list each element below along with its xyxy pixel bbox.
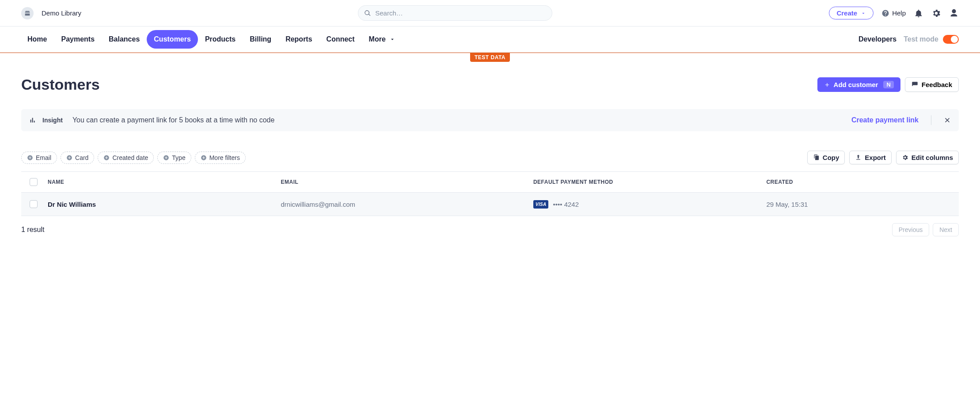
copy-icon <box>813 154 820 161</box>
copy-label: Copy <box>823 154 839 161</box>
filter-type[interactable]: Type <box>157 152 191 164</box>
th-created[interactable]: CREATED <box>763 173 957 191</box>
cell-created: 29 May, 15:31 <box>763 194 957 215</box>
export-label: Export <box>865 154 886 161</box>
filter-label: Card <box>75 154 88 161</box>
insight-text: You can create a payment link for 5 book… <box>72 116 845 124</box>
divider <box>931 115 931 125</box>
th-name[interactable]: NAME <box>44 173 277 191</box>
nav-developers[interactable]: Developers <box>851 30 904 49</box>
search-icon <box>364 10 371 17</box>
filter-more[interactable]: More filters <box>195 152 246 164</box>
feedback-icon <box>912 81 918 88</box>
edit-columns-label: Edit columns <box>912 154 953 161</box>
table-row[interactable]: Dr Nic Williams drnicwilliams@gmail.com … <box>21 193 959 216</box>
filter-created-date[interactable]: Created date <box>98 152 154 164</box>
next-button[interactable]: Next <box>933 223 959 236</box>
help-label: Help <box>892 9 906 17</box>
filter-label: More filters <box>209 154 240 161</box>
cell-name: Dr Nic Williams <box>44 194 277 215</box>
help-link[interactable]: Help <box>881 9 906 17</box>
nav-balances[interactable]: Balances <box>102 30 147 49</box>
th-payment[interactable]: DEFAULT PAYMENT METHOD <box>530 173 763 191</box>
nav-customers[interactable]: Customers <box>147 30 198 49</box>
feedback-button[interactable]: Feedback <box>905 77 959 92</box>
search-input[interactable] <box>358 5 552 21</box>
card-brand-badge: VISA <box>533 200 549 209</box>
card-mask: •••• 4242 <box>553 201 579 208</box>
plus-circle-icon <box>27 155 33 161</box>
filter-label: Created date <box>112 154 148 161</box>
nav-connect[interactable]: Connect <box>319 30 362 49</box>
row-checkbox[interactable] <box>30 200 38 208</box>
help-icon <box>881 9 889 17</box>
plus-circle-icon <box>201 155 207 161</box>
notifications-icon[interactable] <box>914 8 923 18</box>
chevron-down-icon <box>861 11 866 16</box>
filter-card[interactable]: Card <box>61 152 94 164</box>
edit-columns-button[interactable]: Edit columns <box>896 151 959 164</box>
plus-circle-icon <box>103 155 110 161</box>
create-label: Create <box>836 9 857 17</box>
page-title: Customers <box>21 76 817 93</box>
app-logo[interactable] <box>21 7 34 19</box>
export-icon <box>855 154 862 161</box>
account-name[interactable]: Demo Library <box>42 9 81 17</box>
nav-billing[interactable]: Billing <box>243 30 278 49</box>
testdata-badge: TEST DATA <box>470 53 510 62</box>
chevron-down-icon <box>389 36 395 42</box>
profile-icon[interactable] <box>949 8 959 18</box>
filter-email[interactable]: Email <box>21 152 57 164</box>
testmode-label: Test mode <box>904 35 938 43</box>
plus-icon <box>824 82 830 88</box>
cell-email: drnicwilliams@gmail.com <box>277 194 529 215</box>
filter-label: Email <box>36 154 51 161</box>
create-button[interactable]: Create <box>829 7 874 19</box>
nav-more-label: More <box>369 35 386 43</box>
feedback-label: Feedback <box>922 81 952 88</box>
nav-payments[interactable]: Payments <box>54 30 102 49</box>
plus-circle-icon <box>66 155 72 161</box>
result-count: 1 result <box>21 226 889 234</box>
nav-products[interactable]: Products <box>198 30 243 49</box>
plus-circle-icon <box>163 155 169 161</box>
export-button[interactable]: Export <box>849 151 892 164</box>
nav-reports[interactable]: Reports <box>278 30 319 49</box>
select-all-checkbox[interactable] <box>30 178 38 186</box>
gear-icon <box>902 154 908 161</box>
testmode-toggle[interactable] <box>943 35 959 44</box>
insight-label: Insight <box>42 117 63 124</box>
nav-more[interactable]: More <box>362 30 403 49</box>
previous-button[interactable]: Previous <box>892 223 929 236</box>
insight-link[interactable]: Create payment link <box>851 116 919 124</box>
add-customer-label: Add customer <box>834 81 878 88</box>
add-customer-kbd: N <box>883 81 893 88</box>
close-icon[interactable] <box>944 117 951 124</box>
th-email[interactable]: EMAIL <box>277 173 529 191</box>
nav-home[interactable]: Home <box>21 30 54 49</box>
insight-icon <box>29 117 36 124</box>
settings-icon[interactable] <box>931 8 941 18</box>
add-customer-button[interactable]: Add customer N <box>817 77 900 92</box>
filter-label: Type <box>172 154 185 161</box>
copy-button[interactable]: Copy <box>807 151 845 164</box>
